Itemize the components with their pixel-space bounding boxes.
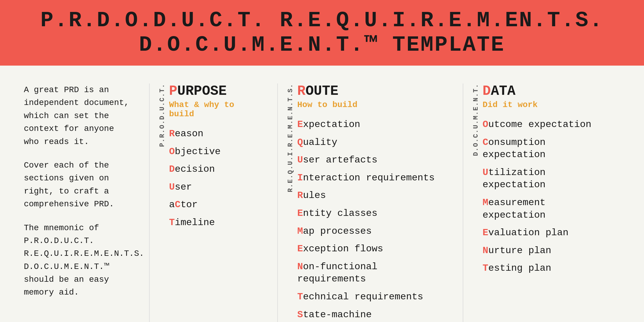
route-item-map: Map processes	[297, 225, 445, 238]
intro-column: A great PRD is an independent document, …	[24, 83, 149, 322]
doc-item-measurement: Measurement expectation	[483, 196, 608, 221]
route-title-rest: OUTE	[306, 83, 338, 99]
purpose-item-timeline: Timeline	[169, 216, 259, 229]
route-item-entity: Entity classes	[297, 207, 445, 220]
route-subtitle: How to build	[297, 100, 445, 109]
purpose-title: PURPOSE	[169, 83, 259, 99]
document-content: DATA Did it work Outcome expectation Con…	[483, 83, 620, 322]
purpose-content: PURPOSE What & why to build Reason Objec…	[169, 83, 277, 322]
page-title: P.R.D.O.D.U.C.T. R.E.Q.U.I.R.E.M.EN.T.S.…	[18, 8, 626, 57]
purpose-item-reason: Reason	[169, 128, 259, 140]
purpose-vertical-label: P.R.O.D.U.C.T.	[159, 83, 169, 322]
route-item-exception: Exception flows	[297, 243, 445, 255]
doc-item-utilization: Utilization expectation	[483, 166, 608, 191]
route-section: R.E.Q.U.I.R.E.M.E.N.T.S. ROUTE How to bu…	[277, 83, 462, 322]
document-title: DATA	[483, 83, 608, 99]
main-content: A great PRD is an independent document, …	[0, 66, 644, 322]
purpose-subtitle: What & why to build	[169, 100, 259, 119]
route-content: ROUTE How to build Expectation Quality U…	[297, 83, 462, 322]
route-vertical-label: R.E.Q.U.I.R.E.M.E.N.T.S.	[287, 83, 297, 322]
purpose-item-user: User	[169, 181, 259, 193]
route-item-expectation: Expectation	[297, 118, 445, 131]
purpose-title-red: P	[169, 83, 177, 99]
route-item-interaction: Interaction requirements	[297, 172, 445, 184]
intro-paragraph-2: Cover each of the sections given on righ…	[24, 159, 131, 211]
route-item-quality: Quality	[297, 136, 445, 149]
route-title-red: R	[297, 83, 306, 99]
route-item-rules: Rules	[297, 189, 445, 202]
route-item-technical: Technical requirements	[297, 291, 445, 303]
document-title-red: D	[483, 83, 491, 99]
doc-item-outcome: Outcome expectation	[483, 118, 608, 131]
sections-wrapper: P.R.O.D.U.C.T. PURPOSE What & why to bui…	[149, 83, 620, 322]
doc-item-evaluation: Evaluation plan	[483, 227, 608, 239]
purpose-item-decision: Decision	[169, 163, 259, 176]
purpose-title-rest: URPOSE	[177, 83, 227, 99]
route-item-state: State-machine	[297, 309, 445, 321]
doc-item-testing: Testing plan	[483, 262, 608, 275]
route-title: ROUTE	[297, 83, 445, 99]
route-item-nonfunctional: Non-functional requirements	[297, 261, 445, 285]
document-vertical-label: D.O.C.U.M.E.N.T.	[472, 83, 483, 322]
doc-item-nurture: Nurture plan	[483, 244, 608, 257]
intro-paragraph-1: A great PRD is an independent document, …	[24, 83, 131, 148]
purpose-section: P.R.O.D.U.C.T. PURPOSE What & why to bui…	[149, 83, 277, 322]
document-title-rest: ATA	[491, 83, 515, 99]
document-subtitle: Did it work	[483, 100, 608, 109]
doc-item-consumption: Consumption expectation	[483, 136, 608, 161]
route-item-user-artefacts: User artefacts	[297, 154, 445, 166]
intro-paragraph-3: The mnemonic of P.R.O.D.U.C.T. R.E.Q.U.I…	[24, 222, 131, 299]
page-header: P.R.D.O.D.U.C.T. R.E.Q.U.I.R.E.M.EN.T.S.…	[0, 0, 644, 66]
purpose-item-actor: aCtor	[169, 199, 259, 211]
purpose-item-objective: Objective	[169, 145, 259, 158]
document-section: D.O.C.U.M.E.N.T. DATA Did it work Outcom…	[463, 83, 620, 322]
